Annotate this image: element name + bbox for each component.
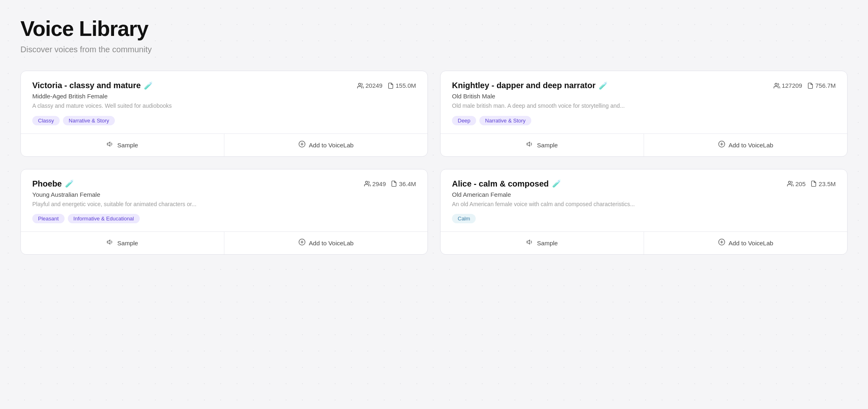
add-label: Add to VoiceLab [309,240,353,247]
plus-circle-icon [298,238,306,248]
card-header: Victoria - classy and mature 🧪 20249 155… [32,81,416,90]
plus-circle-icon [298,140,306,150]
card-stats: 127209 756.7M [774,82,836,89]
card-actions: Sample Add to VoiceLab [21,231,427,254]
voice-card-phoebe: Phoebe 🧪 2949 36.4M Young A [20,169,428,255]
tag-narrative-&-story: Narrative & Story [63,116,115,125]
card-stats: 2949 36.4M [364,180,416,187]
tags-container: ClassyNarrative & Story [32,116,416,125]
svg-point-10 [365,181,367,183]
card-description: Old male british man. A deep and smooth … [452,102,836,110]
user-count: 205 [795,180,805,187]
svg-point-15 [789,181,791,183]
sample-button[interactable]: Sample [21,134,224,156]
users-icon [357,82,364,89]
doc-icon [807,82,814,89]
card-subtitle: Old American Female [452,191,836,198]
doc-icon [810,180,817,187]
page-subtitle: Discover voices from the community [20,45,848,54]
flask-icon: 🧪 [599,81,608,90]
plus-circle-icon [718,140,725,150]
card-header: Knightley - dapper and deep narrator 🧪 1… [452,81,836,90]
card-name: Knightley - dapper and deep narrator 🧪 [452,81,608,90]
user-stat: 2949 [364,180,386,187]
sample-label: Sample [537,240,558,247]
doc-icon [391,180,397,187]
card-stats: 205 23.5M [787,180,836,187]
card-actions: Sample Add to VoiceLab [441,133,847,156]
page-content: Voice Library Discover voices from the c… [20,16,848,255]
add-to-voicelab-button[interactable]: Add to VoiceLab [224,232,427,254]
card-description: A classy and mature voices. Well suited … [32,102,416,110]
card-top: Phoebe 🧪 2949 36.4M Young A [21,169,427,232]
user-count: 20249 [365,82,383,89]
card-name: Alice - calm & composed 🧪 [452,179,561,189]
svg-marker-1 [107,142,110,146]
card-description: An old American female voice with calm a… [452,200,836,209]
flask-icon: 🧪 [144,81,153,90]
card-description: Playful and energetic voice, suitable fo… [32,200,416,209]
svg-marker-11 [107,240,110,245]
flask-icon: 🧪 [65,179,74,188]
card-stats: 20249 155.0M [357,82,416,89]
add-label: Add to VoiceLab [729,142,773,149]
add-to-voicelab-button[interactable]: Add to VoiceLab [224,134,427,156]
card-actions: Sample Add to VoiceLab [441,231,847,254]
card-subtitle: Young Australian Female [32,191,416,198]
svg-point-0 [359,83,361,85]
add-label: Add to VoiceLab [729,240,773,247]
tags-container: Calm [452,214,836,223]
card-actions: Sample Add to VoiceLab [21,133,427,156]
card-subtitle: Old British Male [452,93,836,100]
speaker-icon [526,140,534,150]
users-icon [774,82,780,89]
svg-marker-6 [527,142,530,146]
card-name: Victoria - classy and mature 🧪 [32,81,153,90]
tags-container: PleasantInformative & Educational [32,214,416,223]
tags-container: DeepNarrative & Story [452,116,836,125]
card-top: Victoria - classy and mature 🧪 20249 155… [21,71,427,133]
user-count: 127209 [782,82,802,89]
svg-marker-16 [527,240,530,245]
card-header: Phoebe 🧪 2949 36.4M [32,179,416,189]
speaker-icon [107,140,114,150]
chars-stat: 36.4M [391,180,416,187]
sample-button[interactable]: Sample [21,232,224,254]
sample-label: Sample [537,142,558,149]
tag-classy: Classy [32,116,60,125]
svg-point-5 [775,83,777,85]
tag-pleasant: Pleasant [32,214,65,223]
tag-deep: Deep [452,116,476,125]
sample-button[interactable]: Sample [441,232,644,254]
add-to-voicelab-button[interactable]: Add to VoiceLab [644,134,847,156]
chars-stat: 155.0M [387,82,416,89]
user-stat: 205 [787,180,805,187]
tag-calm: Calm [452,214,476,223]
voice-card-knightley: Knightley - dapper and deep narrator 🧪 1… [440,71,848,157]
tag-informative-&-educational: Informative & Educational [68,214,140,223]
add-label: Add to VoiceLab [309,142,353,149]
chars-stat: 23.5M [810,180,836,187]
sample-button[interactable]: Sample [441,134,644,156]
speaker-icon [107,238,114,248]
voice-card-victoria: Victoria - classy and mature 🧪 20249 155… [20,71,428,157]
chars-count: 756.7M [815,82,836,89]
tag-narrative-&-story: Narrative & Story [479,116,531,125]
users-icon [364,180,371,187]
card-header: Alice - calm & composed 🧪 205 23.5M [452,179,836,189]
add-to-voicelab-button[interactable]: Add to VoiceLab [644,232,847,254]
voice-card-alice: Alice - calm & composed 🧪 205 23.5M [440,169,848,255]
chars-count: 155.0M [396,82,416,89]
card-subtitle: Middle-Aged British Female [32,93,416,100]
user-stat: 127209 [774,82,802,89]
doc-icon [387,82,394,89]
voice-cards-grid: Victoria - classy and mature 🧪 20249 155… [20,71,848,255]
card-top: Knightley - dapper and deep narrator 🧪 1… [441,71,847,133]
speaker-icon [526,238,534,248]
sample-label: Sample [117,142,138,149]
card-name: Phoebe 🧪 [32,179,74,189]
chars-count: 23.5M [819,180,836,187]
sample-label: Sample [117,240,138,247]
card-top: Alice - calm & composed 🧪 205 23.5M [441,169,847,232]
users-icon [787,180,794,187]
